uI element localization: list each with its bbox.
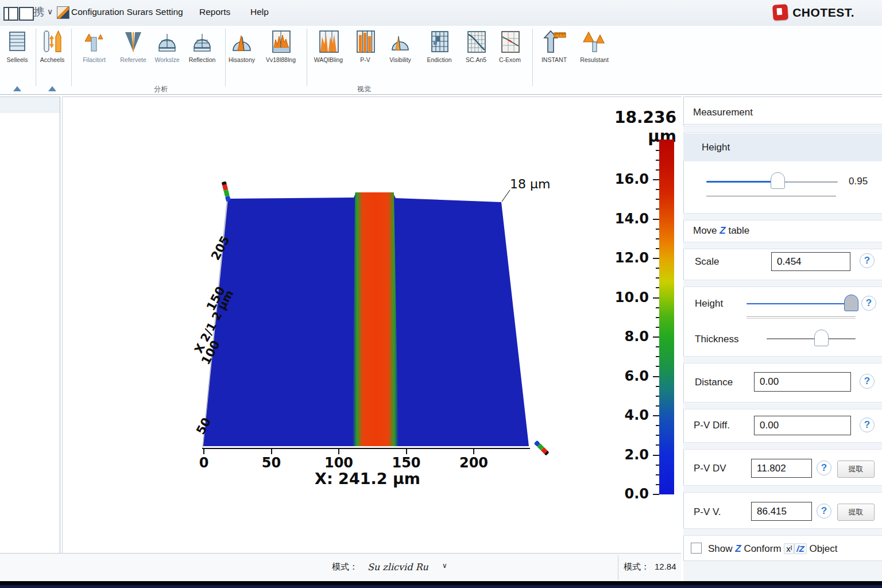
menu-configuration[interactable]: Configuration Surars Setting [71, 7, 183, 17]
axis-marker-top-icon [222, 181, 231, 202]
z-axis-icon[interactable]: /Z [794, 543, 806, 554]
bottom-black-bar [0, 581, 882, 588]
list-icon [6, 29, 29, 55]
height2-help-icon[interactable]: ? [861, 296, 876, 311]
ribbon-button-filacitort[interactable]: Filacitort [76, 29, 113, 82]
twin-peaks-icon [582, 29, 607, 55]
colorbar-tick-mark [656, 474, 659, 475]
colorbar-tick-label: 8.0 [608, 328, 649, 345]
pv-dv-extract-button[interactable]: 提取 [837, 461, 875, 478]
scale-help-icon[interactable]: ? [860, 253, 875, 268]
colorbar-tick-mark [656, 169, 659, 171]
scale-input[interactable]: 0.454 [771, 252, 850, 271]
chotest-logo-icon [772, 4, 788, 21]
histogram-icon [269, 29, 292, 55]
ribbon-button-reflection[interactable]: Reflection [184, 29, 220, 82]
show-conform-object-row[interactable]: Show Z Conform xᴵ/Z Object [708, 543, 838, 555]
pv-diff-input[interactable]: 0.00 [754, 416, 851, 435]
panel-footer [683, 560, 882, 582]
colorbar-tick-label: 10.0 [608, 289, 649, 305]
colorbar-tick-mark [656, 160, 659, 161]
colorbar-tick-mark [653, 297, 659, 299]
edge-annotation: 18 µm [510, 177, 550, 191]
pv-v-help-icon[interactable]: ? [817, 504, 831, 519]
title-bar: 携 ∨ Configuration Surars Setting Reports… [0, 0, 882, 26]
x-tick-label: 100 [316, 455, 362, 471]
ribbon-button-hisastony[interactable]: Hisastony [223, 29, 260, 82]
bars-icon [354, 29, 377, 55]
colorbar-tick-mark [656, 465, 659, 466]
chevron-down-icon[interactable]: ∨ [47, 7, 53, 16]
ribbon-button-visibility[interactable]: Visibility [382, 29, 419, 82]
ribbon-button-endiction[interactable]: Endiction [421, 29, 458, 82]
height2-slider-handle[interactable] [844, 295, 858, 311]
colorbar-tick-mark [656, 189, 659, 190]
distance-help-icon[interactable]: ? [860, 374, 875, 389]
colorbar [659, 140, 674, 494]
show-checkbox[interactable] [691, 543, 702, 554]
colorbar-tick-mark [656, 208, 659, 210]
colorbar-tick-mark [656, 248, 659, 249]
colorbar-tick-mark [656, 317, 659, 318]
colorbar-tick-mark [653, 376, 659, 377]
pv-dv-input[interactable]: 11.802 [751, 459, 812, 478]
status-dropdown-chevron-icon[interactable]: ∨ [442, 562, 447, 570]
height-slider-track[interactable] [777, 181, 838, 183]
height-slider-value: 0.95 [849, 176, 868, 187]
colorbar-tick-label: 4.0 [608, 407, 649, 423]
expand-triangle-icon-2[interactable] [48, 86, 56, 91]
ribbon-button-vv18l88lng[interactable]: Vv18l88lng [262, 29, 299, 82]
height-section-label: Height [702, 142, 730, 153]
pv-diff-help-icon[interactable]: ? [860, 417, 875, 432]
ribbon-button-workslze[interactable]: Workslze [149, 29, 185, 82]
colorbar-tick-mark [653, 336, 659, 338]
dome-slice-icon [389, 29, 412, 55]
ribbon-button-resulstant[interactable]: Resulstant [576, 29, 613, 82]
ribbon-button-refervete[interactable]: Refervete [115, 29, 152, 82]
ribbon-button-instant[interactable]: INSTANT [536, 29, 572, 82]
distance-label: Distance [695, 377, 733, 388]
ribbon-button-selleels[interactable]: Selleels [0, 29, 36, 82]
ribbon-button-waqlbling[interactable]: WAQlBling [310, 29, 347, 82]
ribbon-button-scan5[interactable]: SC.An5 [458, 29, 494, 82]
height-slider-track-filled[interactable] [706, 181, 777, 183]
pv-v-extract-button[interactable]: 提取 [837, 504, 875, 521]
colorbar-tick-mark [653, 179, 659, 180]
x-tick-label: 150 [384, 455, 430, 471]
pv-dv-help-icon[interactable]: ? [817, 461, 831, 475]
status-right-label: 模式： [624, 562, 649, 572]
ribbon-button-accheels[interactable]: Accheels [34, 29, 71, 82]
status-left-value[interactable]: Su zlicvid Ru [368, 562, 428, 572]
panel-title: Measurement [693, 107, 753, 118]
window-icon[interactable] [3, 7, 18, 21]
z-move-icon: Z [719, 225, 725, 236]
distance-input[interactable]: 0.00 [754, 372, 851, 392]
ribbon-button-pv[interactable]: P-V [347, 29, 384, 82]
colorbar-tick-mark [656, 405, 659, 407]
pv-v-input[interactable]: 86.415 [751, 502, 812, 521]
height2-track[interactable] [746, 303, 849, 304]
colorbar-tick-mark [656, 327, 659, 328]
move-z-table-label[interactable]: Move Z table [693, 225, 749, 237]
height-slider-handle[interactable] [771, 172, 785, 189]
x-tick-mark [338, 449, 339, 454]
thickness-track[interactable] [767, 338, 856, 339]
thickness-slider-handle[interactable] [814, 330, 829, 346]
colorbar-tick-label: 14.0 [608, 211, 649, 227]
x-tick-mark [406, 449, 407, 454]
menu-help[interactable]: Help [250, 7, 269, 17]
ribbon-button-cexom[interactable]: C-Exom [492, 29, 528, 82]
x-tick-label: 50 [249, 455, 295, 471]
scale-label: Scale [695, 256, 719, 268]
colorbar-tick-mark [656, 238, 659, 239]
expand-triangle-icon[interactable] [13, 86, 21, 91]
dome-icon [156, 29, 179, 55]
menu-reports[interactable]: Reports [199, 7, 230, 17]
z-conform-icon: Z [735, 543, 741, 554]
left-sidebar-panel [0, 96, 60, 554]
window-icon-2[interactable] [19, 7, 34, 21]
x-axis-icon[interactable]: xᴵ [784, 543, 794, 554]
colorbar-tick-mark [656, 435, 659, 436]
ribbon-group-label-2: 视觉 [357, 84, 371, 94]
pv-diff-label: P-V Diff. [694, 420, 730, 431]
